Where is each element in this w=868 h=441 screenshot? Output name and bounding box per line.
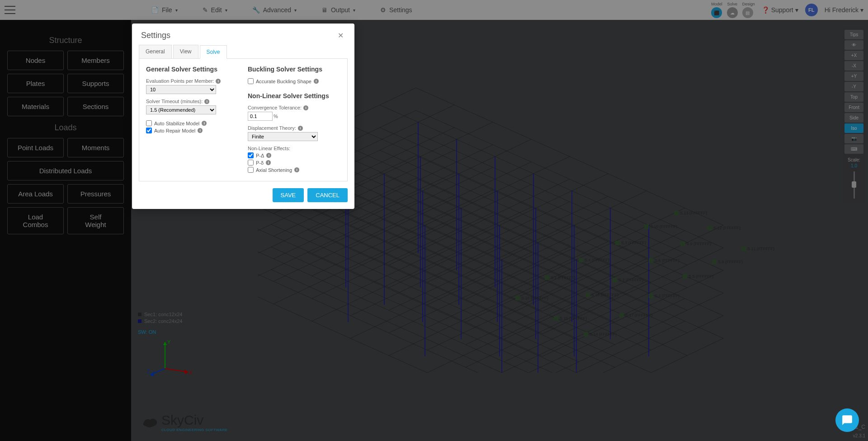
auto-stabilize-checkbox[interactable] xyxy=(146,120,152,126)
displacement-label: Displacement Theory: i xyxy=(248,125,340,131)
solver-timeout-select[interactable]: 1.5 (Recommended) xyxy=(146,105,216,114)
eval-points-select[interactable]: 10 xyxy=(146,85,216,94)
save-button[interactable]: SAVE xyxy=(273,188,304,202)
info-icon[interactable]: i xyxy=(314,79,319,84)
tab-view[interactable]: View xyxy=(173,45,198,58)
auto-repair-checkbox[interactable] xyxy=(146,128,152,133)
info-icon[interactable]: i xyxy=(216,79,221,84)
general-solver-heading: General Solver Settings xyxy=(146,66,239,73)
p-delta-small-checkbox[interactable] xyxy=(248,160,254,166)
tab-general[interactable]: General xyxy=(139,45,172,58)
axial-shortening-checkbox[interactable] xyxy=(248,167,254,173)
info-icon[interactable]: i xyxy=(198,128,203,133)
nonlinear-heading: Non-Linear Solver Settings xyxy=(248,92,340,100)
info-icon[interactable]: i xyxy=(303,105,308,110)
eval-points-label: Evaluation Points per Member: i xyxy=(146,78,239,84)
solver-timeout-label: Solver Timeout (minutes): i xyxy=(146,99,239,104)
tab-solve[interactable]: Solve xyxy=(200,45,227,59)
convergence-label: Convergence Tolerance: i xyxy=(248,105,340,110)
info-icon[interactable]: i xyxy=(204,99,209,104)
info-icon[interactable]: i xyxy=(202,121,207,126)
info-icon[interactable]: i xyxy=(294,167,299,172)
info-icon[interactable]: i xyxy=(298,126,303,131)
chat-button[interactable] xyxy=(835,408,859,432)
displacement-select[interactable]: Finite xyxy=(248,132,318,141)
modal-close-button[interactable]: ✕ xyxy=(336,31,345,40)
p-delta-cap-checkbox[interactable] xyxy=(248,152,254,158)
info-icon[interactable]: i xyxy=(266,160,271,165)
accurate-buckling-checkbox[interactable] xyxy=(248,78,254,84)
nonlinear-effects-label: Non-Linear Effects: xyxy=(248,146,340,151)
modal-title: Settings xyxy=(141,31,170,40)
modal-overlay xyxy=(0,0,868,441)
info-icon[interactable]: i xyxy=(266,153,271,158)
convergence-input[interactable] xyxy=(248,112,273,121)
buckling-heading: Buckling Solver Settings xyxy=(248,66,340,73)
settings-modal: Settings ✕ General View Solve General So… xyxy=(132,24,354,209)
cancel-button[interactable]: CANCEL xyxy=(307,188,348,202)
